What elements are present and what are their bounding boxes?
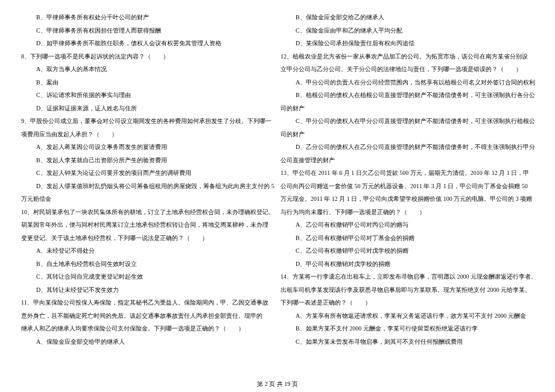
left-line-22: 11、甲向某保险公司投保人寿保险，指定其秘书乙为受益人。保险期间内，甲、乙因交通… (21, 296, 261, 309)
right-line-15: 与行为均尚未履行。下列哪一选项是正确的？（ ） (281, 206, 520, 219)
right-line-17: B、乙公司有权撤销甲公司对丁基金会的捐赠 (296, 232, 520, 245)
left-line-3: 8、下列哪一选项不是民事起诉状的法定内容？（ ） (21, 50, 261, 63)
right-line-13: 公司向丙公司赠送一套价值 50 万元的机器设备。2011 年 3 月 1 日，甲… (281, 180, 520, 193)
left-line-19: B、自土地承包经营权合同生效时设立 (36, 258, 261, 271)
right-line-19: D、甲公司有权撤销对戊学校的捐赠 (296, 258, 520, 271)
left-line-5: B、案由 (36, 76, 261, 89)
left-line-17: 变更登记。关于该土地承包经营权，下列哪一说法是正确的？（ ） (21, 232, 261, 245)
left-line-25: A、保险金应全部交给甲的继承人 (36, 335, 261, 349)
left-line-9: 项费用应当由发起人承担？（ ） (21, 128, 261, 141)
right-line-22: 下列哪一表述是正确的？（ ） (281, 296, 520, 309)
right-line-1: C、保险金应由甲和乙的继承人平均分配 (296, 24, 520, 37)
left-column: B、甲律师事务所有权处分千叶公司的财产C、甲律师事务所有权因担任管理人而获得报酬… (18, 11, 271, 348)
right-line-20: 14、方某将一行李遗忘在出租车上，立即发布寻物启事，言明愿以 2000 元现金酬… (281, 270, 520, 283)
right-line-21: 出租车司机李某发现该行李及获悉寻物启事后即与方某联系。现方某拒绝支付 2000 … (281, 283, 520, 297)
right-line-11: 公司直接管理的财产 (281, 154, 520, 167)
left-line-7: D、证据和证据来源，证人姓名与住所 (36, 102, 261, 115)
right-line-25: C、如果方某未曾发布寻物启事，则其可不支付任何报酬或费用 (296, 335, 520, 349)
right-line-12: 13、甲公司在 2011 年 6 月 1 日欠乙公司货款 500 万元，届期无力… (281, 166, 520, 180)
left-line-15: 10、村民胡某承包了一块农民集体所有的耕地，订立了土地承包经营权合同，未办理确权… (21, 206, 261, 219)
left-line-24: 继承人和乙的继承人均要求保险公司支付保险金。下列哪一选项是正确的？（ ） (21, 322, 261, 335)
left-line-8: 9、甲股份公司成立后，董事会对公司设立期间发生的各种费用如何承担发生了分歧。下列… (21, 115, 261, 128)
page-body: B、甲律师事务所有权处分千叶公司的财产C、甲律师事务所有权因担任管理人而获得报酬… (0, 0, 555, 348)
page-footer: 第 2 页 共 19 页 (0, 380, 555, 388)
left-line-13: D、发起人缪某值班时乱扔烟头将公司筹备组租用的房屋烧毁，筹备组为此向房主支付的 … (36, 180, 261, 193)
right-line-16: A、乙公司有权撤销甲公司对丙公司的赠与 (296, 218, 520, 232)
left-line-12: C、发起人钟某为论证公司要开发的项目而产生的调研费用 (36, 166, 261, 180)
right-line-5: A、甲分公司的负责人在分公司经营范围内，当然享有以植根公司名义对外签订合同的权利 (296, 76, 520, 89)
right-column: B、保险金应全部交给乙的继承人C、保险金应由甲和乙的继承人平均分配D、某保险公司… (278, 11, 531, 348)
right-line-0: B、保险金应全部交给乙的继承人 (296, 11, 520, 24)
left-line-14: 万元赔偿金 (21, 192, 261, 206)
left-line-4: A、双方当事人的基本情况 (36, 63, 261, 76)
left-line-11: B、发起人李某就自己出资部分所产生的验资费用 (36, 154, 261, 167)
left-line-23: 意外身亡，且不能确定死亡时间的先后。该起交通事故事故责任人丙承担全部责任。现甲的 (21, 309, 261, 323)
left-line-1: C、甲律师事务所有权因担任管理人而获得报酬 (36, 24, 261, 37)
right-line-18: C、乙公司有权撤销甲公司对戊学校的捐赠 (296, 244, 520, 258)
right-line-24: B、如果方某不支付 2000 元酬金，李某可行使留置权拒绝返还该行李 (296, 322, 520, 335)
left-line-20: C、其转让合同自完成变更登记时起生效 (36, 270, 261, 283)
right-line-3: 12、植根农业是北方省份一家从事农产品加工的公司。为拓宽市场，该公司在南方某省分… (281, 50, 520, 63)
right-line-10: D、乙分公司的债权人在乙分公司直接管理的财产不能清偿债务时，不得主张强制执行甲分 (296, 141, 520, 154)
left-line-2: D、如甲律师事务所不能胜任职务，债权人会议有权罢免其管理人资格 (36, 37, 261, 50)
right-line-23: A、方某享有所有物返还请求权，李某有义务返还该行李，故方某可不支付 2000 元… (296, 309, 520, 323)
left-line-10: A、发起人蒋某因公司设立事务而发生的宴请费用 (36, 141, 261, 154)
left-line-6: C、诉讼请求和所依据的事实与理由 (36, 89, 261, 102)
left-line-0: B、甲律师事务所有权处分千叶公司的财产 (36, 11, 261, 24)
left-line-18: A、未经登记不得处分 (36, 244, 261, 258)
left-line-16: 胡某因常年外出，便与同村村民周某订立土地承包经营权转让合同，将地交周某耕种，未办… (21, 218, 261, 232)
right-line-4: 立甲分公司与乙分公司。关于分公司的法律地位与责任，下列哪一选项是错误的？（ ） (281, 63, 520, 76)
right-line-6: B、植根公司的债权人在植根公司直接管理的财产不能清偿债务时，可主张强制执行各分公 (296, 89, 520, 102)
left-line-21: D、其转让未经登记不发生效力 (36, 283, 261, 297)
right-line-9: 司的财产 (281, 128, 520, 141)
right-line-14: 万元现金。2011 年 12 月 1 日，甲公司向戊希望学校捐赠价值 100 万… (281, 192, 520, 206)
right-line-2: D、某保险公司承担保险责任后有权向丙追偿 (296, 37, 520, 50)
right-line-7: 司的财产 (281, 102, 520, 115)
right-line-8: C、甲分公司的债权人在甲分公司直接管理的财产不能清偿债务时，可主张强制执行植根公 (296, 115, 520, 128)
